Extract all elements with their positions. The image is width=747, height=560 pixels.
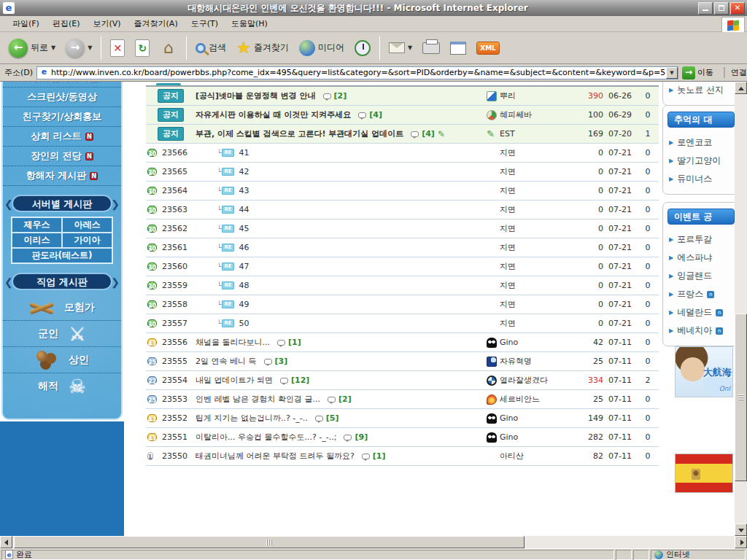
post-title[interactable]: └RE45	[196, 224, 487, 233]
post-author[interactable]: 지면	[487, 242, 565, 253]
post-title[interactable]: 태권미녀님께 어려운 부탁점 드려두 될까요?[1]	[196, 451, 487, 462]
history-button[interactable]	[350, 37, 375, 59]
favorites-button[interactable]: ★ 즐겨찾기	[232, 37, 293, 59]
post-author[interactable]: Gino	[487, 413, 565, 424]
server-link[interactable]: 아레스	[62, 217, 112, 233]
post-title[interactable]: └RE44	[196, 205, 487, 214]
post-author[interactable]: 자유혁명	[487, 356, 565, 367]
post-title[interactable]: └RE46	[196, 243, 487, 252]
right-link[interactable]: ▶베네치아n	[669, 322, 735, 340]
vertical-scroll-thumb[interactable]	[735, 314, 747, 481]
go-button[interactable]: → 이동	[682, 66, 713, 79]
post-author[interactable]: 지면	[487, 261, 565, 272]
xml-button[interactable]: XML	[472, 39, 504, 58]
job-item[interactable]: 군인⚔	[3, 321, 121, 347]
server-link[interactable]: 판도라(테스트)	[12, 248, 112, 263]
menu-item[interactable]: 도구(T)	[185, 16, 225, 31]
character-banner[interactable]: 大航海Onl	[675, 346, 733, 397]
minimize-button[interactable]	[698, 2, 713, 15]
post-title[interactable]: └RE47	[196, 262, 487, 271]
horizontal-scroll-thumb[interactable]	[14, 536, 525, 548]
post-author[interactable]: 지면	[487, 185, 565, 196]
right-link[interactable]: ▶에스파냐	[669, 249, 735, 267]
post-author[interactable]: 혜피쎄바	[487, 109, 565, 120]
sidebar-item[interactable]: 항해자 게시판N	[3, 166, 121, 186]
vertical-scrollbar[interactable]	[735, 82, 747, 536]
spain-flag-banner[interactable]	[675, 454, 733, 493]
post-title[interactable]: 채널을 돌리다보니...[1]	[196, 337, 487, 348]
menu-item[interactable]: 편집(E)	[46, 16, 87, 31]
post-title[interactable]: 인벤 레벨 남은 경험치 확인겸 글...[2]	[196, 394, 487, 405]
right-link[interactable]: ▶딸기고양이	[669, 152, 735, 170]
post-title[interactable]: └RE43	[196, 186, 487, 195]
print-button[interactable]	[418, 39, 444, 57]
post-title[interactable]: 부관, 이제 스킬별 검색으로 고른다! 부관대기실 업데이트[4]✎	[196, 128, 487, 139]
scroll-left-button[interactable]	[0, 536, 12, 548]
horizontal-scrollbar[interactable]	[0, 536, 747, 548]
post-title[interactable]: 이탈리아... 우승컵 몰수할수도...? -_-..;[9]	[196, 432, 487, 443]
post-author[interactable]: EST	[487, 129, 565, 139]
right-link[interactable]: ▶ 놋노료 선지	[669, 82, 735, 99]
post-title[interactable]: 자유게시판 이용하실 때 이것만 지켜주세요[4]	[196, 109, 487, 120]
post-title[interactable]: 2일 연속 베니 득[3]	[196, 356, 487, 367]
post-title[interactable]: 팁게 지기는 없는겁니까..? -_-..[5]	[196, 413, 487, 424]
post-author[interactable]: 지면	[487, 299, 565, 310]
post-author[interactable]: 지면	[487, 280, 565, 291]
right-link[interactable]: ▶프랑스n	[669, 285, 735, 303]
menu-item[interactable]: 보기(V)	[86, 16, 127, 31]
forward-button[interactable]: → ▼	[61, 36, 96, 61]
server-link[interactable]: 가이아	[62, 233, 112, 248]
post-author[interactable]: Gino	[487, 338, 565, 348]
post-title[interactable]: [공식]넷마블 운영정책 변경 안내[2]	[196, 90, 487, 101]
right-link[interactable]: ▶포르투갈	[669, 230, 735, 249]
address-input[interactable]: e http://www.inven.co.kr/board/powerbbs.…	[36, 66, 678, 79]
server-link[interactable]: 제우스	[12, 217, 62, 233]
close-button[interactable]: ✕	[730, 2, 745, 15]
post-author[interactable]: 지면	[487, 204, 565, 215]
post-author[interactable]: Gino	[487, 432, 565, 443]
sidebar-item[interactable]: 친구찾기/상회홍보	[3, 107, 121, 127]
server-link[interactable]: 이리스	[12, 233, 62, 248]
job-item[interactable]: 모험가	[3, 295, 121, 321]
post-title[interactable]: └RE48	[196, 281, 487, 290]
post-author[interactable]: 지면	[487, 147, 565, 158]
job-item[interactable]: 상인	[3, 347, 121, 373]
right-link[interactable]: ▶잉글랜드	[669, 267, 735, 285]
post-author[interactable]: 세르비안느	[487, 394, 565, 405]
post-title[interactable]: └RE42	[196, 167, 487, 176]
address-dropdown-icon[interactable]: ▼	[666, 67, 678, 79]
home-button[interactable]: ⌂	[155, 36, 182, 60]
sidebar-item[interactable]: 제보/건의게시판	[3, 82, 121, 88]
sidebar-item[interactable]: 스크린샷/동영상	[3, 88, 121, 107]
post-author[interactable]: 지면	[487, 166, 565, 177]
refresh-button[interactable]: ↻	[131, 36, 154, 60]
job-item[interactable]: 해적☠	[3, 373, 121, 400]
menu-item[interactable]: 파일(F)	[6, 16, 46, 31]
scroll-down-button[interactable]	[735, 524, 747, 536]
search-button[interactable]: 검색	[191, 39, 231, 57]
scroll-right-button[interactable]	[735, 536, 747, 548]
scroll-up-button[interactable]	[735, 82, 747, 94]
right-link[interactable]: ▶네덜란드n	[669, 303, 735, 322]
post-author[interactable]: 아티산	[487, 451, 565, 462]
media-button[interactable]: 미디어	[295, 37, 349, 59]
post-title[interactable]: └RE41	[196, 148, 487, 158]
restore-button[interactable]	[714, 2, 729, 15]
post-author[interactable]: 지면	[487, 318, 565, 329]
post-author[interactable]: 지면	[487, 223, 565, 234]
sidebar-item[interactable]: 장인의 전당N	[3, 147, 121, 166]
right-link[interactable]: ▶듀미너스	[669, 170, 735, 188]
menu-item[interactable]: 도움말(H)	[225, 16, 274, 31]
post-title[interactable]: 내일 업데이트가 되면[12]	[196, 375, 487, 386]
post-author[interactable]: 열라잘생겼다	[487, 375, 565, 386]
menu-item[interactable]: 즐겨찾기(A)	[128, 16, 185, 31]
post-title[interactable]: └RE49	[196, 300, 487, 309]
mail-button[interactable]: ▼	[384, 39, 417, 56]
stop-button[interactable]: ✕	[106, 36, 129, 60]
forward-dropdown-icon[interactable]: ▼	[88, 44, 92, 51]
post-title[interactable]: └RE50	[196, 319, 487, 328]
back-button[interactable]: ← 뒤로 ▼	[4, 36, 60, 61]
edit-button[interactable]	[446, 39, 471, 58]
mail-dropdown-icon[interactable]: ▼	[408, 44, 412, 51]
post-author[interactable]: 뿌리	[487, 90, 565, 101]
